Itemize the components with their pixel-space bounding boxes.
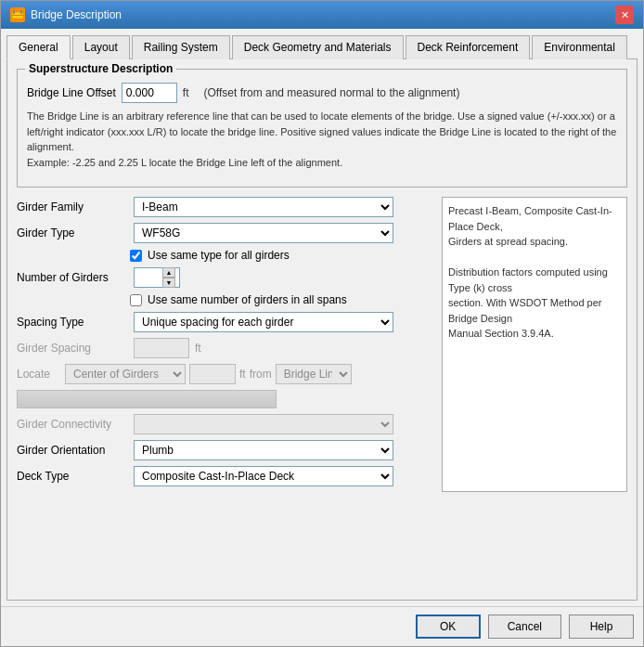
same-num-label: Use same number of girders in all spans (148, 293, 347, 306)
spinner-up[interactable]: ▲ (162, 267, 175, 278)
cancel-button[interactable]: Cancel (488, 615, 561, 639)
tab-deck-reinforcement[interactable]: Deck Reinforcement (406, 35, 531, 59)
ok-button[interactable]: OK (416, 615, 481, 639)
locate-row: Locate Center of Girders ft from Bridge … (17, 364, 432, 384)
girder-family-row: Girder Family I-Beam Box Beam U-Beam (17, 197, 432, 217)
tab-deck-geometry[interactable]: Deck Geometry and Materials (232, 35, 404, 59)
offset-unit: ft (183, 86, 189, 99)
scroll-area[interactable] (17, 390, 277, 408)
dialog-icon (10, 7, 25, 22)
girder-spacing-unit: ft (195, 342, 201, 355)
spacing-type-label: Spacing Type (17, 316, 128, 329)
close-button[interactable]: ✕ (615, 6, 634, 24)
girder-orientation-label: Girder Orientation (17, 444, 128, 457)
girder-spacing-label: Girder Spacing (17, 342, 128, 355)
title-bar: Bridge Description ✕ (1, 1, 643, 29)
girder-connectivity-row: Girder Connectivity (17, 414, 432, 434)
bridge-line-offset-input[interactable] (122, 83, 177, 103)
section-label: Superstructure Description (25, 62, 176, 75)
spacing-type-row: Spacing Type Unique spacing for each gir… (17, 312, 432, 332)
dialog-title: Bridge Description (31, 8, 122, 21)
girder-orientation-row: Girder Orientation Plumb Vertical (17, 440, 432, 460)
tab-layout[interactable]: Layout (72, 35, 130, 59)
desc-line1: Precast I-Beam, Composite Cast-In-Place … (448, 205, 612, 232)
num-girders-row: Number of Girders ▲ ▼ (17, 267, 432, 288)
superstructure-group: Superstructure Description Bridge Line O… (17, 69, 627, 188)
svg-rect-3 (12, 15, 23, 16)
locate-value-input (189, 364, 236, 384)
same-type-label: Use same type for all girders (148, 249, 290, 262)
dialog-footer: OK Cancel Help (1, 606, 643, 646)
main-area: Girder Family I-Beam Box Beam U-Beam Gir… (17, 197, 627, 492)
desc-line5: section. With WSDOT Method per Bridge De… (448, 297, 601, 324)
help-button[interactable]: Help (569, 615, 634, 639)
dialog-body: General Layout Railing System Deck Geome… (1, 29, 643, 606)
deck-type-row: Deck Type Composite Cast-In-Place Deck N… (17, 466, 432, 486)
num-girders-input[interactable] (135, 269, 162, 286)
girder-orientation-select[interactable]: Plumb Vertical (134, 440, 393, 460)
bridge-line-select: Bridge Line (276, 364, 352, 384)
same-num-checkbox[interactable] (130, 294, 142, 306)
tab-general[interactable]: General (6, 35, 71, 59)
girder-family-label: Girder Family (17, 201, 128, 214)
bridge-description-dialog: Bridge Description ✕ General Layout Rail… (0, 0, 644, 647)
locate-from-select: Center of Girders (65, 364, 186, 384)
description-panel: Precast I-Beam, Composite Cast-In-Place … (442, 197, 627, 492)
left-panel: Girder Family I-Beam Box Beam U-Beam Gir… (17, 197, 432, 492)
locate-unit: ft (239, 368, 246, 381)
deck-type-select[interactable]: Composite Cast-In-Place Deck Non-composi… (134, 466, 393, 486)
locate-from-text: from (250, 368, 272, 381)
tab-content-general: Superstructure Description Bridge Line O… (6, 59, 638, 601)
bridge-line-offset-label: Bridge Line Offset (27, 86, 116, 99)
girder-connectivity-select (134, 414, 393, 434)
svg-rect-1 (13, 10, 15, 14)
girder-type-row: Girder Type WF58G WF74G WF83G (17, 223, 432, 243)
spinner-buttons: ▲ ▼ (162, 267, 175, 288)
same-num-row: Use same number of girders in all spans (130, 293, 432, 306)
spinner-down[interactable]: ▼ (162, 278, 175, 288)
girder-spacing-row: Girder Spacing ft (17, 338, 432, 358)
girder-type-select[interactable]: WF58G WF74G WF83G (134, 223, 393, 243)
bridge-line-offset-row: Bridge Line Offset ft (Offset from and m… (27, 83, 617, 103)
girder-family-select[interactable]: I-Beam Box Beam U-Beam (134, 197, 393, 217)
tab-environmental[interactable]: Environmental (532, 35, 627, 59)
num-girders-spinner[interactable]: ▲ ▼ (134, 267, 180, 288)
tab-bar: General Layout Railing System Deck Geome… (6, 34, 638, 59)
offset-note: (Offset from and measured normal to the … (204, 86, 460, 99)
spacing-type-select[interactable]: Unique spacing for each girder Uniform s… (134, 312, 393, 332)
desc-line6: Manual Section 3.9.4A. (448, 328, 554, 339)
locate-label: Locate (17, 368, 61, 381)
same-type-row: Use same type for all girders (130, 249, 432, 262)
girder-spacing-input (134, 338, 189, 358)
desc-line2: Girders at spread spacing. (448, 236, 568, 247)
num-girders-label: Number of Girders (17, 271, 128, 284)
deck-type-label: Deck Type (17, 470, 128, 483)
girder-connectivity-label: Girder Connectivity (17, 418, 128, 431)
tab-railing-system[interactable]: Railing System (132, 35, 230, 59)
bridge-line-info: The Bridge Line is an arbitrary referenc… (27, 109, 617, 170)
girder-type-label: Girder Type (17, 226, 128, 239)
same-type-checkbox[interactable] (130, 250, 142, 262)
desc-line4: Distribution factors computed using Type… (448, 266, 608, 293)
svg-rect-2 (20, 10, 22, 14)
title-bar-left: Bridge Description (10, 7, 122, 22)
